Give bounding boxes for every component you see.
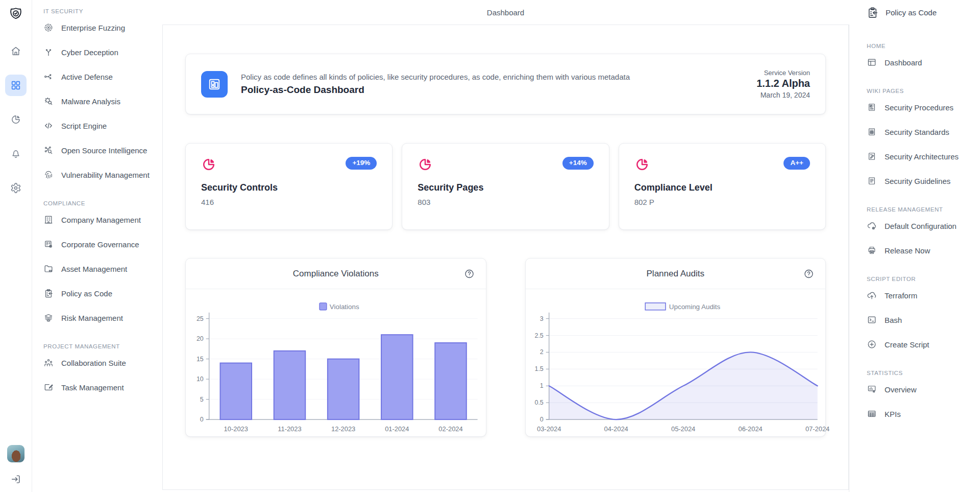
nav-section-header: HOME — [867, 43, 974, 49]
nav-item-dashboard[interactable]: Dashboard — [867, 50, 974, 75]
header-card-text: Policy as code defines all kinds of poli… — [241, 73, 630, 96]
nav-item-security-guidelines[interactable]: Security Guidelines — [867, 169, 974, 193]
nav-section: SCRIPT EDITORTerraformBashCreate Script — [867, 276, 974, 357]
document-gear-icon — [43, 239, 54, 249]
svg-text:Upcoming Audits: Upcoming Audits — [669, 303, 720, 311]
header-card-description: Policy as code defines all kinds of poli… — [241, 73, 630, 81]
nav-item-create-script[interactable]: Create Script — [867, 332, 974, 357]
code-icon — [43, 121, 54, 131]
nav-item-risk-management[interactable]: Risk Management — [43, 306, 153, 330]
rail-item-bell-icon[interactable] — [5, 143, 27, 165]
nav-item-label: Task Management — [61, 383, 124, 392]
nav-section-header: STATISTICS — [867, 370, 974, 376]
nav-item-company-management[interactable]: Company Management — [43, 207, 153, 232]
logout-icon[interactable] — [10, 474, 21, 485]
right-sidebar: Policy as Code HOMEDashboardWIKI PAGESSe… — [849, 0, 980, 492]
nav-section: IT SECURITYEnterprise FuzzingCyber Decep… — [43, 8, 153, 187]
nav-section: PROJECT MANAGEMENTCollaboration SuiteTas… — [43, 343, 153, 400]
doc-edit-icon — [867, 151, 877, 161]
pie-slice-icon — [418, 157, 433, 172]
nav-item-label: Asset Management — [61, 265, 127, 273]
main-panel: Policy as code defines all kinds of poli… — [162, 25, 849, 490]
nav-item-label: Collaboration Suite — [61, 359, 126, 367]
rail-nav — [5, 40, 27, 212]
rail-item-home-icon[interactable] — [5, 40, 27, 62]
nav-item-label: Bash — [885, 316, 902, 324]
nav-item-corporate-governance[interactable]: Corporate Governance — [43, 232, 153, 256]
grid-icon — [10, 80, 21, 91]
nav-item-collaboration-suite[interactable]: Collaboration Suite — [43, 350, 153, 375]
nav-item-default-configuration[interactable]: Default Configuration — [867, 214, 974, 238]
nav-section-header: IT SECURITY — [43, 8, 153, 14]
nav-item-label: Terraform — [885, 291, 917, 300]
charts-row: Compliance Violations051015202510-202311… — [185, 258, 826, 437]
stat-title: Security Pages — [418, 182, 593, 193]
user-avatar[interactable] — [7, 445, 24, 462]
bar-chart-svg: 051015202510-202311-202312-202301-202402… — [186, 293, 486, 435]
nav-section-header: PROJECT MANAGEMENT — [43, 343, 153, 349]
app-root: IT SECURITYEnterprise FuzzingCyber Decep… — [0, 0, 980, 492]
nav-item-task-management[interactable]: Task Management — [43, 375, 153, 400]
nav-item-script-engine[interactable]: Script Engine — [43, 113, 153, 138]
svg-text:10-2023: 10-2023 — [224, 425, 248, 433]
clipboard-policy-icon — [43, 288, 54, 298]
nav-item-vulnerability-management[interactable]: Vulnerability Management — [43, 162, 153, 187]
nav-section-header: COMPLIANCE — [43, 200, 153, 206]
nav-item-open-source-intelligence[interactable]: Open Source Intelligence — [43, 138, 153, 162]
chart-card-bar: Compliance Violations051015202510-202311… — [185, 258, 486, 437]
network-search-icon — [43, 145, 54, 155]
stat-title: Security Controls — [201, 182, 377, 193]
svg-text:01-2024: 01-2024 — [385, 425, 409, 433]
nav-item-release-now[interactable]: Release Now — [867, 238, 974, 263]
doc-lines-icon — [867, 176, 877, 186]
shield-check-logo — [8, 7, 23, 22]
rail-item-gear-icon[interactable] — [5, 177, 27, 199]
stat-value: 803 — [418, 198, 593, 206]
service-version-date: March 19, 2024 — [756, 91, 810, 99]
pie-slice-icon — [201, 157, 216, 172]
help-icon[interactable] — [464, 268, 475, 279]
nav-item-label: Security Standards — [885, 128, 949, 136]
nav-item-label: Company Management — [61, 216, 141, 224]
svg-text:2.5: 2.5 — [534, 332, 543, 339]
nav-item-bash[interactable]: Bash — [867, 308, 974, 332]
svg-text:1: 1 — [540, 382, 543, 389]
chart-body: 051015202510-202311-202312-202301-202402… — [186, 289, 486, 435]
svg-text:04-2024: 04-2024 — [604, 425, 628, 433]
nav-item-policy-as-code[interactable]: Policy as Code — [43, 281, 153, 306]
nav-item-security-architectures[interactable]: Security Architectures — [867, 144, 974, 169]
rail-item-pie-chart-icon[interactable] — [5, 109, 27, 130]
stat-value: 416 — [201, 198, 377, 206]
nav-item-kpis[interactable]: KPIs — [867, 402, 974, 426]
gear-icon — [10, 182, 21, 194]
nav-item-label: Create Script — [885, 340, 929, 349]
nav-item-asset-management[interactable]: Asset Management — [43, 256, 153, 281]
nav-item-label: Policy as Code — [61, 289, 112, 298]
header-card-icon-tile — [201, 71, 228, 98]
nav-item-malware-analysis[interactable]: Malware Analysis — [43, 89, 153, 113]
nav-item-label: Cyber Deception — [61, 48, 118, 57]
nav-item-security-procedures[interactable]: Security Procedures — [867, 95, 974, 120]
nav-item-overview[interactable]: Overview — [867, 377, 974, 402]
left-sidebar: IT SECURITYEnterprise FuzzingCyber Decep… — [32, 0, 162, 492]
help-icon[interactable] — [803, 268, 814, 279]
doc-grid-icon — [867, 127, 877, 137]
target-rings-icon — [43, 22, 54, 33]
page-title: Dashboard — [162, 0, 849, 25]
nav-item-security-standards[interactable]: Security Standards — [867, 120, 974, 144]
left-rail — [0, 0, 32, 492]
nav-item-terraform[interactable]: Terraform — [867, 283, 974, 308]
line-chart-svg: 00.511.522.5303-202404-202405-202406-202… — [526, 293, 826, 435]
nav-item-active-defense[interactable]: Active Defense — [43, 64, 153, 89]
rail-item-grid-icon[interactable] — [5, 75, 27, 96]
stat-card: +19%Security Controls416 — [185, 143, 393, 230]
nav-item-cyber-deception[interactable]: Cyber Deception — [43, 40, 153, 64]
chart-card-line: Planned Audits00.511.522.5303-202404-202… — [525, 258, 826, 437]
nav-section: COMPLIANCECompany ManagementCorporate Go… — [43, 200, 153, 330]
nav-item-label: Open Source Intelligence — [61, 146, 147, 155]
chart-body: 00.511.522.5303-202404-202405-202406-202… — [526, 289, 826, 435]
nav-item-enterprise-fuzzing[interactable]: Enterprise Fuzzing — [43, 15, 153, 40]
cloud-gear-icon — [867, 221, 877, 231]
stat-title: Compliance Level — [634, 182, 810, 193]
stat-value: 802 P — [634, 198, 810, 206]
